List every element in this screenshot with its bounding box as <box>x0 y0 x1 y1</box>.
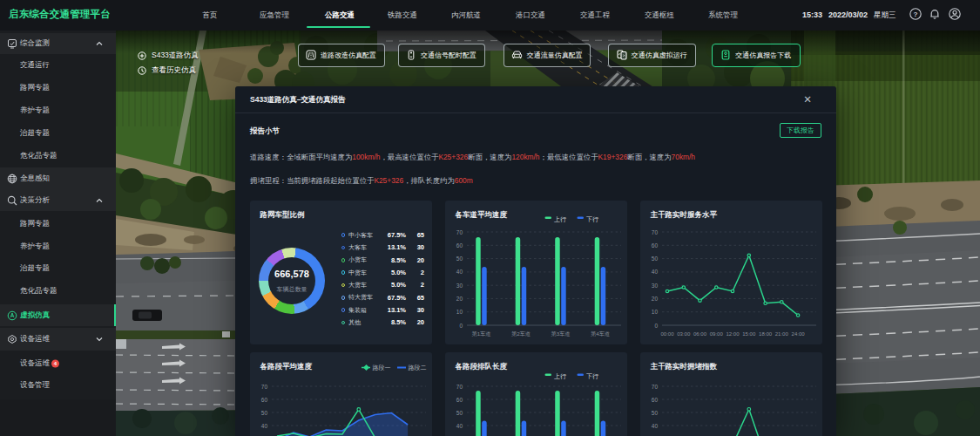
svg-text:10: 10 <box>456 309 463 315</box>
svg-text:18:00: 18:00 <box>759 331 773 337</box>
svg-text:40: 40 <box>651 269 658 275</box>
svg-text:70: 70 <box>456 384 463 390</box>
svg-text:第1车道: 第1车道 <box>471 330 490 337</box>
svg-text:12:00: 12:00 <box>726 331 740 337</box>
svg-text:30: 30 <box>651 283 658 289</box>
svg-text:03:00: 03:00 <box>677 331 691 337</box>
svg-text:21:00: 21:00 <box>774 331 788 337</box>
svg-text:15:00: 15:00 <box>742 331 756 337</box>
svg-text:09:00: 09:00 <box>709 331 723 337</box>
svg-text:50: 50 <box>260 410 267 416</box>
svg-text:上行: 上行 <box>554 216 566 223</box>
svg-text:路段二: 路段二 <box>408 364 426 371</box>
svg-text:?: ? <box>914 10 918 18</box>
svg-text:第3车道: 第3车道 <box>551 330 570 337</box>
svg-text:70: 70 <box>260 384 267 390</box>
svg-text:40: 40 <box>651 423 658 429</box>
svg-text:下行: 下行 <box>586 216 598 223</box>
svg-text:20: 20 <box>651 296 658 302</box>
svg-text:40: 40 <box>456 423 463 429</box>
svg-text:50: 50 <box>651 410 658 416</box>
svg-text:10: 10 <box>651 309 658 315</box>
svg-text:40: 40 <box>260 423 267 429</box>
svg-text:0: 0 <box>654 323 658 329</box>
svg-text:30: 30 <box>456 283 463 289</box>
svg-text:70: 70 <box>651 384 658 390</box>
svg-text:40: 40 <box>456 269 463 275</box>
svg-text:70: 70 <box>456 229 463 235</box>
svg-text:60: 60 <box>260 397 267 403</box>
svg-text:50: 50 <box>456 255 463 262</box>
svg-text:0: 0 <box>459 323 463 329</box>
svg-text:50: 50 <box>651 255 658 262</box>
svg-text:50: 50 <box>456 410 463 416</box>
svg-text:20: 20 <box>456 296 463 302</box>
svg-text:06:00: 06:00 <box>693 331 706 337</box>
svg-text:70: 70 <box>651 229 658 235</box>
svg-text:60: 60 <box>456 397 463 403</box>
svg-text:60: 60 <box>456 242 463 249</box>
svg-text:第2车道: 第2车道 <box>510 330 530 337</box>
svg-text:路段一: 路段一 <box>372 364 390 371</box>
svg-text:60: 60 <box>651 397 658 403</box>
svg-text:第4车道: 第4车道 <box>590 330 609 337</box>
svg-text:上行: 上行 <box>554 373 566 380</box>
svg-text:下行: 下行 <box>586 373 598 380</box>
svg-text:60: 60 <box>651 242 658 249</box>
svg-text:24:00: 24:00 <box>791 331 805 337</box>
svg-text:00:00: 00:00 <box>660 331 674 337</box>
